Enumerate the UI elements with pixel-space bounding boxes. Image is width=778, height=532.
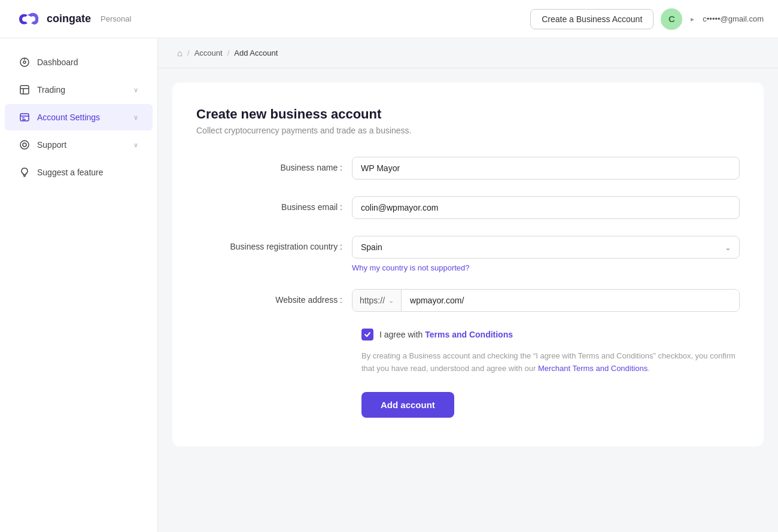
sidebar-item-trading-label: Trading bbox=[37, 85, 126, 95]
country-note-link[interactable]: Why my country is not supported? bbox=[352, 263, 740, 272]
trading-icon bbox=[19, 84, 30, 95]
country-row: Business registration country : Spain Ge… bbox=[196, 236, 740, 272]
account-type-badge: Personal bbox=[101, 14, 131, 23]
sidebar-item-suggest-feature-label: Suggest a feature bbox=[37, 168, 138, 177]
checkbox-agree-text: I agree with bbox=[379, 330, 425, 339]
disclaimer-text: By creating a Business account and check… bbox=[361, 350, 740, 375]
header-left: coingate Personal bbox=[14, 11, 131, 28]
breadcrumb: ⌂ / Account / Add Account bbox=[158, 38, 778, 68]
website-row: Website address : https:// ⌄ bbox=[196, 289, 740, 312]
support-chevron-icon: ∨ bbox=[133, 141, 138, 149]
sidebar-item-account-settings[interactable]: Account Settings ∨ bbox=[5, 104, 153, 130]
business-name-label: Business name : bbox=[196, 157, 352, 172]
merchant-terms-link[interactable]: Merchant Terms and Conditions bbox=[538, 364, 648, 373]
svg-point-11 bbox=[23, 143, 26, 147]
checkmark-icon bbox=[364, 331, 371, 338]
country-control: Spain Germany France Italy ⌄ Why my coun… bbox=[352, 236, 740, 272]
logo-text: coingate bbox=[47, 13, 91, 25]
form-card: Create new business account Collect cryp… bbox=[172, 83, 764, 446]
website-address-input[interactable] bbox=[402, 290, 739, 311]
website-control: https:// ⌄ bbox=[352, 289, 740, 312]
terms-checkbox-row: I agree with Terms and Conditions bbox=[361, 329, 740, 341]
business-name-input[interactable] bbox=[352, 157, 740, 180]
sidebar: Dashboard Trading ∨ bbox=[0, 38, 158, 532]
user-menu-chevron-icon: ▸ bbox=[691, 15, 694, 23]
country-select[interactable]: Spain Germany France Italy bbox=[352, 236, 740, 259]
website-protocol-selector[interactable]: https:// ⌄ bbox=[352, 290, 402, 311]
country-select-wrap: Spain Germany France Italy ⌄ bbox=[352, 236, 740, 259]
breadcrumb-sep-1: / bbox=[187, 48, 190, 57]
business-name-row: Business name : bbox=[196, 157, 740, 180]
checkbox-label: I agree with Terms and Conditions bbox=[379, 330, 513, 339]
sidebar-item-support[interactable]: Support ∨ bbox=[5, 132, 153, 158]
header-right: Create a Business Account C ▸ c•••••@gma… bbox=[530, 8, 764, 30]
website-label: Website address : bbox=[196, 289, 352, 305]
header: coingate Personal Create a Business Acco… bbox=[0, 0, 778, 38]
business-email-control bbox=[352, 196, 740, 219]
dashboard-icon bbox=[19, 57, 30, 68]
breadcrumb-current: Add Account bbox=[234, 48, 278, 57]
business-email-label: Business email : bbox=[196, 196, 352, 212]
layout: Dashboard Trading ∨ bbox=[0, 38, 778, 532]
terms-checkbox[interactable] bbox=[361, 329, 373, 341]
support-icon bbox=[19, 139, 30, 150]
country-label: Business registration country : bbox=[196, 236, 352, 251]
avatar: C bbox=[661, 8, 682, 30]
svg-point-10 bbox=[20, 141, 29, 149]
svg-point-1 bbox=[23, 61, 26, 63]
breadcrumb-sep-2: / bbox=[227, 48, 230, 57]
add-account-button[interactable]: Add account bbox=[361, 392, 454, 418]
form-subtitle: Collect cryptocurrency payments and trad… bbox=[196, 126, 740, 135]
form-title: Create new business account bbox=[196, 107, 740, 122]
create-business-button[interactable]: Create a Business Account bbox=[530, 9, 654, 29]
sidebar-item-account-settings-label: Account Settings bbox=[37, 113, 126, 122]
svg-rect-3 bbox=[20, 86, 29, 94]
terms-link[interactable]: Terms and Conditions bbox=[425, 330, 513, 339]
home-icon[interactable]: ⌂ bbox=[177, 48, 183, 58]
website-protocol-text: https:// bbox=[360, 296, 385, 305]
breadcrumb-account-link[interactable]: Account bbox=[194, 48, 223, 57]
website-wrap: https:// ⌄ bbox=[352, 289, 740, 312]
account-settings-icon bbox=[19, 112, 30, 123]
sidebar-item-dashboard-label: Dashboard bbox=[37, 57, 138, 67]
trading-chevron-icon: ∨ bbox=[133, 86, 138, 94]
sidebar-item-support-label: Support bbox=[37, 140, 126, 150]
user-email: c•••••@gmail.com bbox=[703, 14, 764, 23]
main-content: ⌂ / Account / Add Account Create new bus… bbox=[158, 38, 778, 532]
account-settings-chevron-icon: ∨ bbox=[133, 114, 138, 121]
coingate-logo bbox=[14, 11, 41, 28]
business-email-row: Business email : bbox=[196, 196, 740, 219]
sidebar-item-suggest-feature[interactable]: Suggest a feature bbox=[5, 159, 153, 186]
form-actions: I agree with Terms and Conditions By cre… bbox=[361, 329, 740, 418]
sidebar-item-dashboard[interactable]: Dashboard bbox=[5, 49, 153, 75]
business-name-control bbox=[352, 157, 740, 180]
sidebar-item-trading[interactable]: Trading ∨ bbox=[5, 77, 153, 103]
lightbulb-icon bbox=[19, 167, 30, 178]
business-email-input[interactable] bbox=[352, 196, 740, 219]
protocol-chevron-icon: ⌄ bbox=[388, 297, 394, 305]
